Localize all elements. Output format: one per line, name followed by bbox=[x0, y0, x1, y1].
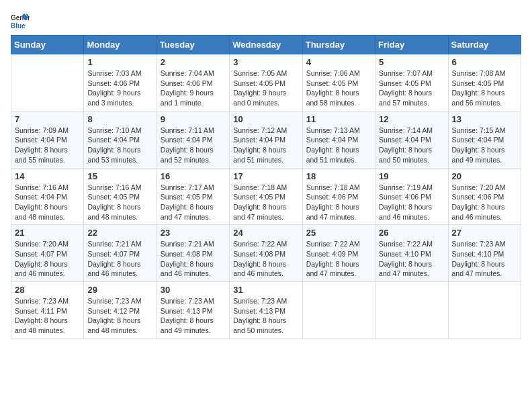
sunrise-text: Sunrise: 7:23 AM bbox=[15, 297, 69, 305]
calendar-cell: 30 Sunrise: 7:23 AM Sunset: 4:13 PM Dayl… bbox=[157, 282, 229, 339]
day-number: 18 bbox=[306, 171, 371, 181]
weekday-header-row: SundayMondayTuesdayWednesdayThursdayFrid… bbox=[11, 36, 521, 54]
calendar-cell: 19 Sunrise: 7:19 AM Sunset: 4:06 PM Dayl… bbox=[375, 168, 448, 225]
calendar-cell bbox=[375, 282, 448, 339]
day-number: 1 bbox=[87, 57, 152, 67]
day-info: Sunrise: 7:14 AM Sunset: 4:04 PM Dayligh… bbox=[379, 126, 444, 165]
sunrise-text: Sunrise: 7:22 AM bbox=[233, 240, 287, 248]
day-number: 2 bbox=[161, 57, 226, 67]
header: General Blue bbox=[11, 11, 521, 30]
daylight-text: Daylight: 8 hours and 48 minutes. bbox=[15, 316, 68, 334]
header-thursday: Thursday bbox=[302, 36, 375, 54]
sunrise-text: Sunrise: 7:18 AM bbox=[233, 183, 287, 191]
daylight-text: Daylight: 8 hours and 57 minutes. bbox=[379, 89, 432, 107]
daylight-text: Daylight: 8 hours and 58 minutes. bbox=[306, 89, 359, 107]
day-number: 5 bbox=[379, 57, 444, 67]
calendar-cell: 15 Sunrise: 7:16 AM Sunset: 4:05 PM Dayl… bbox=[84, 168, 157, 225]
week-row-2: 7 Sunrise: 7:09 AM Sunset: 4:04 PM Dayli… bbox=[11, 111, 521, 168]
day-number: 23 bbox=[161, 228, 226, 238]
daylight-text: Daylight: 8 hours and 47 minutes. bbox=[306, 203, 359, 221]
sunset-text: Sunset: 4:04 PM bbox=[15, 136, 67, 144]
day-number: 20 bbox=[452, 171, 517, 181]
calendar-cell: 20 Sunrise: 7:20 AM Sunset: 4:06 PM Dayl… bbox=[448, 168, 521, 225]
day-number: 29 bbox=[87, 285, 152, 295]
day-number: 30 bbox=[161, 285, 226, 295]
day-info: Sunrise: 7:10 AM Sunset: 4:04 PM Dayligh… bbox=[87, 126, 152, 165]
day-info: Sunrise: 7:09 AM Sunset: 4:04 PM Dayligh… bbox=[15, 126, 80, 165]
day-info: Sunrise: 7:23 AM Sunset: 4:11 PM Dayligh… bbox=[15, 296, 80, 336]
calendar-cell: 14 Sunrise: 7:16 AM Sunset: 4:04 PM Dayl… bbox=[11, 168, 84, 225]
sunset-text: Sunset: 4:07 PM bbox=[15, 250, 67, 258]
header-friday: Friday bbox=[375, 36, 448, 54]
sunset-text: Sunset: 4:07 PM bbox=[87, 250, 140, 258]
daylight-text: Daylight: 8 hours and 48 minutes. bbox=[15, 203, 68, 221]
day-number: 10 bbox=[233, 114, 298, 124]
day-number: 27 bbox=[452, 228, 517, 238]
day-info: Sunrise: 7:04 AM Sunset: 4:06 PM Dayligh… bbox=[161, 68, 226, 108]
daylight-text: Daylight: 8 hours and 47 minutes. bbox=[306, 260, 359, 278]
day-number: 28 bbox=[15, 285, 80, 295]
calendar-cell: 4 Sunrise: 7:06 AM Sunset: 4:05 PM Dayli… bbox=[302, 54, 375, 111]
daylight-text: Daylight: 8 hours and 47 minutes. bbox=[161, 203, 214, 221]
day-number: 22 bbox=[87, 228, 152, 238]
calendar-cell: 12 Sunrise: 7:14 AM Sunset: 4:04 PM Dayl… bbox=[375, 111, 448, 168]
sunrise-text: Sunrise: 7:23 AM bbox=[452, 240, 506, 248]
sunrise-text: Sunrise: 7:09 AM bbox=[15, 126, 69, 134]
calendar-cell: 2 Sunrise: 7:04 AM Sunset: 4:06 PM Dayli… bbox=[157, 54, 229, 111]
day-info: Sunrise: 7:23 AM Sunset: 4:10 PM Dayligh… bbox=[452, 239, 517, 279]
sunset-text: Sunset: 4:06 PM bbox=[452, 193, 504, 201]
daylight-text: Daylight: 8 hours and 50 minutes. bbox=[233, 316, 286, 334]
day-number: 7 bbox=[15, 114, 80, 124]
sunset-text: Sunset: 4:06 PM bbox=[161, 79, 213, 87]
day-number: 12 bbox=[379, 114, 444, 124]
sunset-text: Sunset: 4:06 PM bbox=[379, 193, 431, 201]
day-info: Sunrise: 7:23 AM Sunset: 4:12 PM Dayligh… bbox=[87, 296, 152, 336]
day-number: 17 bbox=[233, 171, 298, 181]
week-row-5: 28 Sunrise: 7:23 AM Sunset: 4:11 PM Dayl… bbox=[11, 282, 521, 339]
day-info: Sunrise: 7:17 AM Sunset: 4:05 PM Dayligh… bbox=[161, 183, 226, 222]
day-number: 24 bbox=[233, 228, 298, 238]
calendar-cell: 11 Sunrise: 7:13 AM Sunset: 4:04 PM Dayl… bbox=[302, 111, 375, 168]
sunset-text: Sunset: 4:05 PM bbox=[306, 79, 359, 87]
day-info: Sunrise: 7:23 AM Sunset: 4:13 PM Dayligh… bbox=[233, 296, 298, 336]
sunset-text: Sunset: 4:05 PM bbox=[452, 79, 504, 87]
daylight-text: Daylight: 8 hours and 48 minutes. bbox=[87, 203, 140, 221]
logo-icon: General Blue bbox=[11, 11, 30, 30]
sunrise-text: Sunrise: 7:23 AM bbox=[233, 297, 287, 305]
day-number: 15 bbox=[87, 171, 152, 181]
calendar-cell: 7 Sunrise: 7:09 AM Sunset: 4:04 PM Dayli… bbox=[11, 111, 84, 168]
sunrise-text: Sunrise: 7:20 AM bbox=[15, 240, 69, 248]
sunset-text: Sunset: 4:04 PM bbox=[161, 136, 213, 144]
sunset-text: Sunset: 4:10 PM bbox=[379, 250, 431, 258]
daylight-text: Daylight: 8 hours and 50 minutes. bbox=[379, 146, 432, 164]
sunset-text: Sunset: 4:08 PM bbox=[233, 250, 285, 258]
daylight-text: Daylight: 8 hours and 49 minutes. bbox=[452, 146, 505, 164]
sunrise-text: Sunrise: 7:18 AM bbox=[306, 183, 360, 191]
sunset-text: Sunset: 4:05 PM bbox=[161, 193, 213, 201]
calendar-cell: 23 Sunrise: 7:21 AM Sunset: 4:08 PM Dayl… bbox=[157, 225, 229, 282]
sunset-text: Sunset: 4:12 PM bbox=[87, 307, 140, 315]
day-info: Sunrise: 7:16 AM Sunset: 4:05 PM Dayligh… bbox=[87, 183, 152, 222]
sunrise-text: Sunrise: 7:22 AM bbox=[379, 240, 433, 248]
sunrise-text: Sunrise: 7:13 AM bbox=[306, 126, 360, 134]
day-info: Sunrise: 7:18 AM Sunset: 4:05 PM Dayligh… bbox=[233, 183, 298, 222]
sunset-text: Sunset: 4:05 PM bbox=[233, 193, 285, 201]
day-number: 14 bbox=[15, 171, 80, 181]
calendar-cell: 28 Sunrise: 7:23 AM Sunset: 4:11 PM Dayl… bbox=[11, 282, 84, 339]
daylight-text: Daylight: 8 hours and 56 minutes. bbox=[452, 89, 505, 107]
sunrise-text: Sunrise: 7:20 AM bbox=[452, 183, 506, 191]
calendar-cell: 27 Sunrise: 7:23 AM Sunset: 4:10 PM Dayl… bbox=[448, 225, 521, 282]
day-info: Sunrise: 7:18 AM Sunset: 4:06 PM Dayligh… bbox=[306, 183, 371, 222]
daylight-text: Daylight: 8 hours and 55 minutes. bbox=[15, 146, 68, 164]
day-number: 9 bbox=[161, 114, 226, 124]
sunset-text: Sunset: 4:13 PM bbox=[233, 307, 285, 315]
day-number: 16 bbox=[161, 171, 226, 181]
header-monday: Monday bbox=[84, 36, 157, 54]
day-info: Sunrise: 7:20 AM Sunset: 4:07 PM Dayligh… bbox=[15, 239, 80, 279]
day-info: Sunrise: 7:15 AM Sunset: 4:04 PM Dayligh… bbox=[452, 126, 517, 165]
sunrise-text: Sunrise: 7:19 AM bbox=[379, 183, 433, 191]
calendar-cell bbox=[448, 282, 521, 339]
day-info: Sunrise: 7:21 AM Sunset: 4:07 PM Dayligh… bbox=[87, 239, 152, 279]
sunrise-text: Sunrise: 7:06 AM bbox=[306, 69, 360, 77]
day-number: 19 bbox=[379, 171, 444, 181]
